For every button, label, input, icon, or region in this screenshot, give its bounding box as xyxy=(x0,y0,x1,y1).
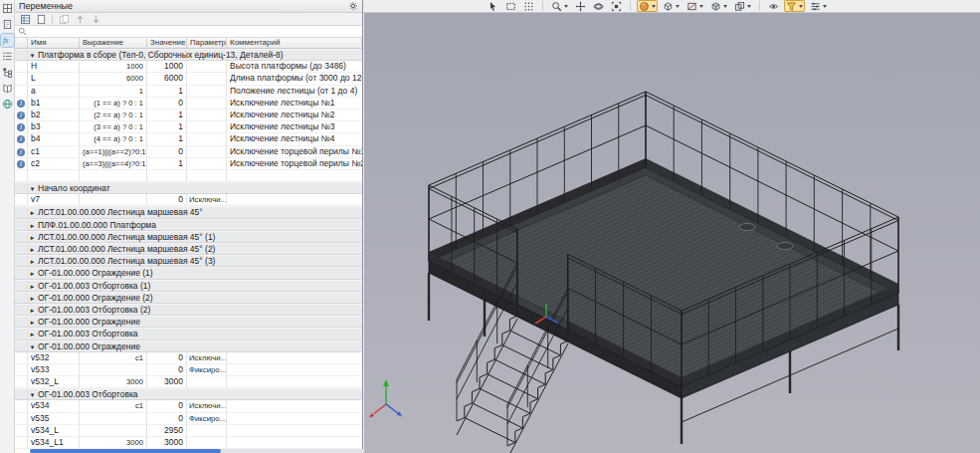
value-cell[interactable]: 1 xyxy=(147,133,187,144)
variable-name-cell[interactable]: L xyxy=(28,73,80,84)
expand-arrow-icon[interactable]: ▸ xyxy=(28,207,37,217)
collapse-arrow-icon[interactable]: ▾ xyxy=(28,183,37,193)
value-cell[interactable]: 6000 xyxy=(147,73,187,84)
comment-cell[interactable] xyxy=(227,400,362,411)
group-row[interactable]: ▸ОГ-01.00.000 Ограждение xyxy=(15,316,362,328)
expand-arrow-icon[interactable]: ▸ xyxy=(28,329,37,339)
variable-row[interactable]: v534_L2950 xyxy=(15,425,362,437)
parameter-cell[interactable] xyxy=(187,121,227,132)
column-header-comment[interactable]: Комментарий xyxy=(227,38,362,48)
expression-cell[interactable] xyxy=(80,364,147,375)
group-row[interactable]: ▸ОГ-01.00.000 Ограждение (2) xyxy=(15,292,362,304)
group-row[interactable]: ▾ОГ-01.00.000 Ограждение xyxy=(15,340,362,352)
display-mode-button[interactable] xyxy=(637,0,658,12)
select-mode-button[interactable] xyxy=(486,0,500,12)
value-cell[interactable]: 1 xyxy=(147,121,187,132)
parameter-cell[interactable] xyxy=(187,376,227,387)
variables-grid-button[interactable] xyxy=(18,13,32,25)
comment-cell[interactable]: Длина платформы (от 3000 до 12000) xyxy=(227,73,362,84)
variable-row[interactable]: v534c10Исключи... xyxy=(15,400,362,412)
value-cell[interactable]: 0 xyxy=(147,413,187,424)
value-cell[interactable]: 0 xyxy=(147,194,187,205)
globe-icon[interactable] xyxy=(1,98,14,111)
parameter-cell[interactable] xyxy=(187,73,227,84)
view-options-button[interactable] xyxy=(808,0,829,12)
expression-cell[interactable]: (a==1)||(a==2)?0:1 xyxy=(80,146,147,157)
group-row[interactable]: ▾ОГ-01.00.003 Отбортовка xyxy=(15,388,362,400)
variable-name-cell[interactable]: v534_L1 xyxy=(28,437,80,448)
comment-cell[interactable]: Исключение лестницы №4 xyxy=(227,133,362,144)
variable-name-cell[interactable]: c2 xyxy=(28,158,80,169)
variable-row[interactable]: ic1(a==1)||(a==2)?0:10Исключение торцево… xyxy=(15,146,362,158)
variable-row[interactable]: v534_L130003000 xyxy=(15,437,362,449)
scrollbar-thumb[interactable] xyxy=(30,449,221,453)
expression-cell[interactable]: c1 xyxy=(80,400,147,411)
new-sheet-button[interactable] xyxy=(34,13,48,25)
fx-variables-icon[interactable]: fx xyxy=(1,34,14,47)
value-cell[interactable]: 0 xyxy=(147,146,187,157)
column-header-name[interactable]: Имя xyxy=(28,38,80,48)
orbit-button[interactable] xyxy=(591,0,606,12)
zoom-button[interactable] xyxy=(549,0,570,12)
panel-settings-gear-icon[interactable] xyxy=(348,1,358,11)
parameter-cell[interactable]: Фиксиро... xyxy=(187,413,227,424)
variable-name-cell[interactable]: v533 xyxy=(28,364,80,375)
expression-cell[interactable]: 3000 xyxy=(80,437,147,448)
marquee-select-button[interactable] xyxy=(503,0,518,12)
variable-name-cell[interactable]: b2 xyxy=(28,110,80,120)
value-cell[interactable]: 1 xyxy=(147,158,187,169)
filter-input[interactable] xyxy=(29,27,362,37)
expression-cell[interactable]: (3 == a) ? 0 : 1 xyxy=(80,121,147,132)
comment-cell[interactable]: Исключение торцевой перилы №2 xyxy=(227,158,362,169)
parameter-cell[interactable]: Исключи... xyxy=(187,352,227,363)
parameter-cell[interactable]: Исключи... xyxy=(187,400,227,411)
variable-name-cell[interactable]: a xyxy=(28,86,80,97)
list-icon[interactable] xyxy=(1,50,14,63)
variable-row[interactable]: v532_L30003000 xyxy=(15,376,362,388)
expression-cell[interactable] xyxy=(80,413,147,424)
variable-row[interactable]: ib2(2 == a) ? 0 : 11Исключение лестницы … xyxy=(15,110,362,121)
comment-cell[interactable] xyxy=(227,413,362,424)
pan-button[interactable] xyxy=(573,0,588,12)
variable-row[interactable]: a11Положение лестницы (от 1 до 4) xyxy=(15,86,362,98)
comment-cell[interactable] xyxy=(227,352,362,363)
wireframe-mode-button[interactable] xyxy=(661,0,682,12)
value-cell[interactable]: 0 xyxy=(147,98,187,109)
3d-canvas[interactable] xyxy=(364,0,980,453)
expression-cell[interactable]: (1 == a) ? 0 : 1 xyxy=(80,98,147,109)
comment-cell[interactable] xyxy=(227,194,362,205)
parameter-cell[interactable] xyxy=(187,158,227,169)
variable-name-cell[interactable]: c1 xyxy=(28,146,80,157)
value-cell[interactable]: 1000 xyxy=(147,61,187,72)
expression-cell[interactable]: 3000 xyxy=(80,376,147,387)
expression-cell[interactable]: (2 == a) ? 0 : 1 xyxy=(80,110,147,120)
expression-cell[interactable] xyxy=(80,425,147,436)
projection-planes-button[interactable] xyxy=(732,0,753,12)
group-row[interactable]: ▸ОГ-01.00.003 Отбортовка xyxy=(15,328,362,340)
expression-cell[interactable] xyxy=(80,194,147,205)
group-row[interactable]: ▸ПЛФ.01.00.00.000 Платформа xyxy=(15,219,362,231)
expression-cell[interactable]: (a==3)||(a==4)?0:1 xyxy=(80,158,147,169)
variable-row[interactable]: H10001000Высота платформы (до 3486) xyxy=(15,61,362,73)
parameter-cell[interactable] xyxy=(187,98,227,109)
move-up-button[interactable] xyxy=(73,13,87,25)
expand-arrow-icon[interactable]: ▸ xyxy=(28,220,37,230)
variable-row[interactable]: L60006000Длина платформы (от 3000 до 120… xyxy=(15,73,362,85)
group-row[interactable]: ▸ЛСТ.01.00.00.000 Лестница маршевая 45° … xyxy=(15,243,362,255)
group-row[interactable]: ▾Начало координат xyxy=(15,182,362,194)
group-row[interactable]: ▸ОГ-01.00.000 Ограждение (1) xyxy=(15,267,362,279)
expand-arrow-icon[interactable]: ▸ xyxy=(28,268,37,278)
visibility-button[interactable] xyxy=(766,0,781,12)
comment-cell[interactable]: Исключение лестницы №2 xyxy=(227,110,362,120)
filter-button[interactable] xyxy=(784,0,805,12)
expression-cell[interactable]: c1 xyxy=(80,352,147,363)
parameter-cell[interactable] xyxy=(187,437,227,448)
book-icon[interactable] xyxy=(1,82,14,95)
comment-cell[interactable]: Высота платформы (до 3486) xyxy=(227,61,362,72)
variable-name-cell[interactable]: b4 xyxy=(28,133,80,144)
value-cell[interactable]: 3000 xyxy=(147,376,187,387)
group-row[interactable]: ▸ЛСТ.01.00.00.000 Лестница маршевая 45° … xyxy=(15,255,362,267)
collapse-arrow-icon[interactable]: ▾ xyxy=(28,389,37,399)
variable-name-cell[interactable]: b1 xyxy=(28,98,80,109)
expression-cell[interactable]: 1 xyxy=(80,86,147,97)
